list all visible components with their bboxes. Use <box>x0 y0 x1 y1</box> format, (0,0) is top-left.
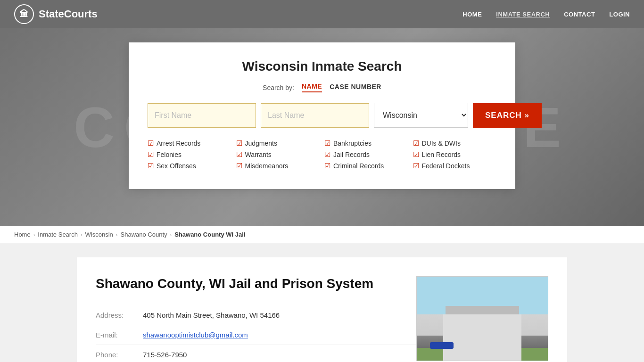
logo-text: StateCourts <box>39 8 98 20</box>
info-label: E-mail: <box>96 325 143 345</box>
check-item: ☑Felonies <box>148 150 231 159</box>
info-label: Phone: <box>96 345 143 362</box>
nav-link-home[interactable]: HOME <box>462 11 482 18</box>
checkbox-icon: ☑ <box>324 162 330 170</box>
breadcrumb-separator: › <box>116 232 118 238</box>
breadcrumb-link[interactable]: Inmate Search <box>38 231 78 238</box>
breadcrumb-separator: › <box>33 232 35 238</box>
breadcrumb-link[interactable]: Home <box>14 231 31 238</box>
breadcrumb-current: Shawano County WI Jail <box>174 231 245 238</box>
breadcrumb-link[interactable]: Wisconsin <box>85 231 113 238</box>
check-label: Bankruptcies <box>333 140 372 147</box>
check-item: ☑Lien Records <box>413 150 497 159</box>
first-name-input[interactable] <box>148 103 256 128</box>
check-item: ☑Jail Records <box>324 150 408 159</box>
breadcrumb-separator: › <box>81 232 83 238</box>
breadcrumb: Home›Inmate Search›Wisconsin›Shawano Cou… <box>0 226 644 243</box>
check-label: Criminal Records <box>333 162 384 170</box>
logo-icon: 🏛 <box>14 4 34 24</box>
nav-links: HOMEINMATE SEARCHCONTACTLOGIN <box>462 11 630 18</box>
nav-link-contact[interactable]: CONTACT <box>564 11 595 18</box>
check-item: ☑Warrants <box>236 150 320 159</box>
check-label: DUIs & DWIs <box>422 140 461 147</box>
search-form: AlabamaAlaskaArizonaArkansasCaliforniaCo… <box>148 103 496 128</box>
check-item: ☑Federal Dockets <box>413 162 497 170</box>
main-content: Shawano County, WI Jail and Prison Syste… <box>63 243 581 362</box>
navigation: 🏛 StateCourts HOMEINMATE SEARCHCONTACTLO… <box>0 0 644 28</box>
check-item: ☑DUIs & DWIs <box>413 139 497 148</box>
check-label: Felonies <box>157 151 182 158</box>
check-label: Lien Records <box>422 151 461 158</box>
checkbox-icon: ☑ <box>413 139 419 148</box>
info-label: Address: <box>96 305 143 325</box>
checkbox-icon: ☑ <box>236 162 242 170</box>
checkbox-icon: ☑ <box>236 139 242 148</box>
check-label: Warrants <box>245 151 272 158</box>
check-label: Sex Offenses <box>157 162 196 170</box>
check-item: ☑Bankruptcies <box>324 139 408 148</box>
check-item: ☑Arrest Records <box>148 139 231 148</box>
modal-title: Wisconsin Inmate Search <box>148 59 496 74</box>
check-item: ☑Criminal Records <box>324 162 408 170</box>
hero-section: COURTHOUSE Wisconsin Inmate Search Searc… <box>0 28 644 226</box>
search-modal: Wisconsin Inmate Search Search by: NAME … <box>129 42 515 189</box>
content-card: Shawano County, WI Jail and Prison Syste… <box>77 257 567 362</box>
checklist: ☑Arrest Records☑Judgments☑Bankruptcies☑D… <box>148 139 496 170</box>
checkbox-icon: ☑ <box>413 150 419 159</box>
tab-case-number[interactable]: CASE NUMBER <box>330 83 381 92</box>
site-logo[interactable]: 🏛 StateCourts <box>14 4 98 24</box>
checkbox-icon: ☑ <box>148 162 154 170</box>
check-label: Federal Dockets <box>422 162 470 170</box>
tab-name[interactable]: NAME <box>302 82 322 92</box>
checkbox-icon: ☑ <box>413 162 419 170</box>
info-link[interactable]: shawanooptimistclub@gmail.com <box>143 331 248 339</box>
check-label: Jail Records <box>333 151 370 158</box>
nav-link-inmate-search[interactable]: INMATE SEARCH <box>496 11 550 18</box>
check-item: ☑Misdemeanors <box>236 162 320 170</box>
last-name-input[interactable] <box>261 103 369 128</box>
search-by-row: Search by: NAME CASE NUMBER <box>148 82 496 92</box>
check-item: ☑Judgments <box>236 139 320 148</box>
breadcrumb-link[interactable]: Shawano County <box>121 231 167 238</box>
search-button[interactable]: SEARCH » <box>473 103 542 128</box>
checkbox-icon: ☑ <box>148 139 154 148</box>
state-select[interactable]: AlabamaAlaskaArizonaArkansasCaliforniaCo… <box>374 103 468 128</box>
checkbox-icon: ☑ <box>324 150 330 159</box>
search-by-label: Search by: <box>263 84 294 91</box>
check-item: ☑Sex Offenses <box>148 162 231 170</box>
check-label: Arrest Records <box>157 140 200 147</box>
check-label: Judgments <box>245 140 277 147</box>
checkbox-icon: ☑ <box>148 150 154 159</box>
checkbox-icon: ☑ <box>236 150 242 159</box>
building-image <box>416 276 548 361</box>
check-label: Misdemeanors <box>245 162 289 170</box>
breadcrumb-separator: › <box>170 232 172 238</box>
checkbox-icon: ☑ <box>324 139 330 148</box>
nav-link-login[interactable]: LOGIN <box>609 11 630 18</box>
